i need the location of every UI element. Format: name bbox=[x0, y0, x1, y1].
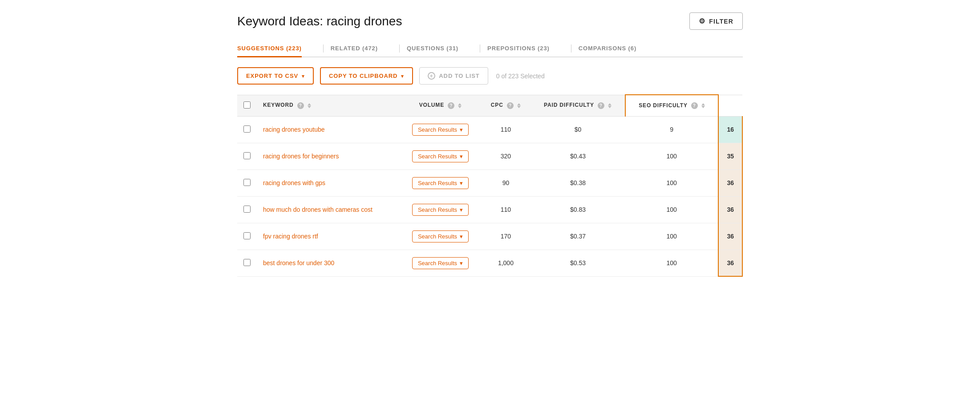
add-to-list-button[interactable]: + ADD TO LIST bbox=[419, 67, 488, 85]
row-cpc-cell: $0.43 bbox=[530, 143, 625, 170]
search-results-btn-4[interactable]: Search Results ▾ bbox=[412, 230, 469, 242]
tab-divider-1 bbox=[323, 44, 324, 52]
row-checkbox-5[interactable] bbox=[243, 259, 251, 266]
header-paid-difficulty-label: PAID DIFFICULTY bbox=[544, 102, 594, 108]
row-intent-cell: Search Results ▾ bbox=[400, 223, 481, 250]
row-volume-cell: 110 bbox=[481, 196, 531, 223]
row-checkbox-cell bbox=[237, 116, 257, 143]
export-csv-button[interactable]: EXPORT TO CSV bbox=[237, 67, 314, 85]
row-checkbox-3[interactable] bbox=[243, 206, 251, 213]
header-keyword[interactable]: KEYWORD ? bbox=[257, 95, 400, 116]
intent-chevron-icon: ▾ bbox=[460, 180, 463, 186]
row-keyword-cell: how much do drones with cameras cost bbox=[257, 196, 400, 223]
filter-icon: ⚙ bbox=[699, 17, 705, 25]
keyword-link-5[interactable]: best drones for under 300 bbox=[263, 259, 334, 267]
chevron-down-icon bbox=[302, 73, 305, 79]
tab-comparisons[interactable]: COMPARISONS (6) bbox=[579, 40, 636, 57]
search-results-btn-1[interactable]: Search Results ▾ bbox=[412, 150, 469, 162]
table-row: best drones for under 300 Search Results… bbox=[237, 250, 742, 276]
row-keyword-cell: fpv racing drones rtf bbox=[257, 223, 400, 250]
selected-count: 0 of 223 Selected bbox=[496, 73, 545, 80]
table-row: racing drones for beginners Search Resul… bbox=[237, 143, 742, 170]
select-all-checkbox[interactable] bbox=[243, 101, 251, 109]
title-prefix: Keyword Ideas: bbox=[237, 14, 327, 28]
row-checkbox-cell bbox=[237, 250, 257, 276]
row-cpc-cell: $0.37 bbox=[530, 223, 625, 250]
header-cpc-label: CPC bbox=[491, 102, 503, 108]
row-checkbox-cell bbox=[237, 196, 257, 223]
row-checkbox-2[interactable] bbox=[243, 179, 251, 186]
row-seo-difficulty-cell: 36 bbox=[718, 223, 742, 250]
keyword-help-icon[interactable]: ? bbox=[297, 102, 304, 109]
cpc-help-icon[interactable]: ? bbox=[507, 102, 514, 109]
row-seo-difficulty-cell: 36 bbox=[718, 170, 742, 196]
table-row: racing drones with gps Search Results ▾ … bbox=[237, 170, 742, 196]
paid-difficulty-help-icon[interactable]: ? bbox=[598, 102, 604, 109]
intent-chevron-icon: ▾ bbox=[460, 260, 463, 267]
row-seo-difficulty-cell: 35 bbox=[718, 143, 742, 170]
keyword-link-3[interactable]: how much do drones with cameras cost bbox=[263, 206, 373, 213]
header-keyword-label: KEYWORD bbox=[263, 102, 294, 108]
row-keyword-cell: racing drones youtube bbox=[257, 116, 400, 143]
row-checkbox-0[interactable] bbox=[243, 125, 251, 133]
search-results-btn-3[interactable]: Search Results ▾ bbox=[412, 204, 469, 216]
plus-circle-icon: + bbox=[428, 72, 435, 80]
seo-difficulty-sort-icon[interactable] bbox=[701, 103, 705, 108]
filter-button[interactable]: ⚙ FILTER bbox=[689, 12, 743, 30]
copy-clipboard-label: COPY TO CLIPBOARD bbox=[329, 73, 397, 79]
row-paid-difficulty-cell: 100 bbox=[625, 250, 719, 276]
intent-chevron-icon: ▾ bbox=[460, 126, 463, 133]
tab-related[interactable]: RELATED (472) bbox=[331, 40, 378, 57]
row-cpc-cell: $0 bbox=[530, 116, 625, 143]
intent-chevron-icon: ▾ bbox=[460, 206, 463, 213]
search-results-btn-5[interactable]: Search Results ▾ bbox=[412, 257, 469, 269]
row-volume-cell: 110 bbox=[481, 116, 531, 143]
row-intent-cell: Search Results ▾ bbox=[400, 143, 481, 170]
volume-help-icon[interactable]: ? bbox=[448, 102, 454, 109]
tabs-row: SUGGESTIONS (223) RELATED (472) QUESTION… bbox=[237, 40, 743, 57]
paid-difficulty-sort-icon[interactable] bbox=[608, 103, 611, 108]
row-volume-cell: 170 bbox=[481, 223, 531, 250]
search-results-btn-2[interactable]: Search Results ▾ bbox=[412, 177, 469, 189]
tab-divider-3 bbox=[480, 44, 480, 52]
row-paid-difficulty-cell: 9 bbox=[625, 116, 719, 143]
header-seo-difficulty[interactable]: SEO DIFFICULTY ? bbox=[625, 95, 719, 116]
keyword-link-2[interactable]: racing drones with gps bbox=[263, 179, 325, 186]
row-intent-cell: Search Results ▾ bbox=[400, 250, 481, 276]
row-seo-difficulty-cell: 36 bbox=[718, 196, 742, 223]
tab-prepositions[interactable]: PREPOSITIONS (23) bbox=[487, 40, 550, 57]
keyword-link-4[interactable]: fpv racing drones rtf bbox=[263, 233, 318, 240]
table-row: fpv racing drones rtf Search Results ▾ 1… bbox=[237, 223, 742, 250]
header-paid-difficulty[interactable]: PAID DIFFICULTY ? bbox=[530, 95, 625, 116]
header-volume-label: VOLUME bbox=[419, 102, 444, 108]
keyword-link-0[interactable]: racing drones youtube bbox=[263, 126, 325, 133]
intent-chevron-icon: ▾ bbox=[460, 153, 463, 160]
row-intent-cell: Search Results ▾ bbox=[400, 196, 481, 223]
row-checkbox-cell bbox=[237, 143, 257, 170]
header-cpc[interactable]: CPC ? bbox=[481, 95, 531, 116]
row-checkbox-4[interactable] bbox=[243, 232, 251, 239]
table-row: racing drones youtube Search Results ▾ 1… bbox=[237, 116, 742, 143]
seo-difficulty-help-icon[interactable]: ? bbox=[691, 102, 698, 109]
copy-clipboard-button[interactable]: COPY TO CLIPBOARD bbox=[320, 67, 413, 85]
row-intent-cell: Search Results ▾ bbox=[400, 116, 481, 143]
title-keyword: racing drones bbox=[327, 14, 402, 28]
toolbar-row: EXPORT TO CSV COPY TO CLIPBOARD + ADD TO… bbox=[237, 67, 743, 85]
intent-chevron-icon: ▾ bbox=[460, 233, 463, 240]
keyword-table: KEYWORD ? VOLUME ? CPC bbox=[237, 94, 743, 277]
tab-divider-4 bbox=[571, 44, 571, 52]
cpc-sort-icon[interactable] bbox=[517, 103, 521, 108]
header-volume[interactable]: VOLUME ? bbox=[400, 95, 481, 116]
row-seo-difficulty-cell: 36 bbox=[718, 250, 742, 276]
keyword-link-1[interactable]: racing drones for beginners bbox=[263, 153, 339, 160]
header-checkbox-cell bbox=[237, 95, 257, 116]
volume-sort-icon[interactable] bbox=[458, 103, 462, 108]
tab-suggestions[interactable]: SUGGESTIONS (223) bbox=[237, 40, 302, 57]
row-keyword-cell: racing drones for beginners bbox=[257, 143, 400, 170]
row-checkbox-1[interactable] bbox=[243, 152, 251, 159]
row-cpc-cell: $0.53 bbox=[530, 250, 625, 276]
keyword-sort-icon[interactable] bbox=[308, 103, 311, 108]
row-paid-difficulty-cell: 100 bbox=[625, 170, 719, 196]
tab-questions[interactable]: QUESTIONS (31) bbox=[407, 40, 458, 57]
search-results-btn-0[interactable]: Search Results ▾ bbox=[412, 124, 469, 136]
